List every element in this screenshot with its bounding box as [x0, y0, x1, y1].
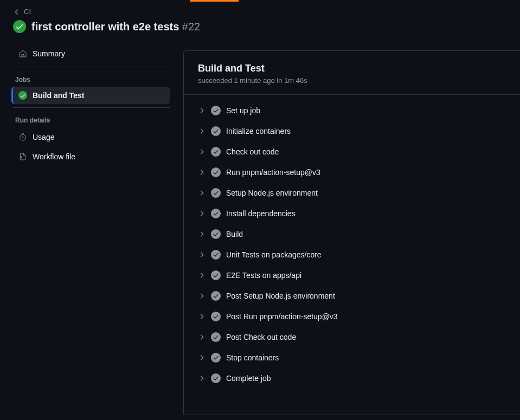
job-when: 1 minute ago: [234, 76, 275, 85]
sidebar-job-label: Build and Test: [33, 91, 84, 100]
arrow-left-icon: [13, 8, 21, 16]
step-row[interactable]: Install dependencies: [184, 203, 520, 224]
page-header: CI first controller with e2e tests #22: [0, 0, 520, 44]
sidebar-usage[interactable]: Usage: [13, 127, 170, 147]
check-circle-icon: [211, 250, 221, 260]
steps-list: Set up jobInitialize containersCheck out…: [184, 95, 520, 394]
chevron-right-icon: [198, 169, 206, 176]
stopwatch-icon: [18, 133, 27, 141]
sidebar-summary[interactable]: Summary: [13, 44, 170, 63]
check-circle-icon: [18, 91, 27, 100]
chevron-right-icon: [198, 333, 206, 341]
step-row[interactable]: Setup Node.js environment: [184, 183, 520, 203]
step-row[interactable]: Complete job: [184, 368, 520, 389]
step-label: Set up job: [226, 106, 260, 115]
step-row[interactable]: Stop containers: [184, 347, 520, 368]
check-circle-icon: [211, 167, 221, 177]
check-circle-icon: [211, 332, 221, 342]
check-circle-icon: [211, 291, 221, 301]
step-label: Complete job: [226, 374, 271, 383]
sidebar-jobs-heading: Jobs: [13, 70, 170, 87]
sidebar-workflow-file-label: Workflow file: [33, 152, 75, 161]
step-row[interactable]: Build: [184, 224, 520, 244]
check-circle-icon: [211, 353, 221, 363]
step-row[interactable]: Post Check out code: [184, 327, 520, 347]
top-accent-bar: [190, 0, 239, 2]
sidebar-workflow-file[interactable]: Workflow file: [13, 147, 170, 166]
step-row[interactable]: Set up job: [184, 100, 520, 121]
layout: Summary Jobs Build and Test Run details …: [0, 44, 520, 415]
sidebar-usage-label: Usage: [33, 133, 54, 141]
step-row[interactable]: Post Setup Node.js environment: [184, 286, 520, 306]
step-label: Stop containers: [226, 353, 279, 362]
step-label: Post Check out code: [226, 333, 296, 341]
chevron-right-icon: [198, 230, 206, 238]
job-duration: 1m 46s: [284, 76, 307, 85]
step-label: Run pnpm/action-setup@v3: [226, 168, 320, 177]
step-label: Post Setup Node.js environment: [226, 292, 335, 300]
step-row[interactable]: Run pnpm/action-setup@v3: [184, 162, 520, 183]
step-label: Initialize containers: [226, 127, 291, 135]
check-circle-icon: [211, 106, 221, 115]
chevron-right-icon: [198, 251, 206, 259]
job-in-word: in: [277, 76, 282, 85]
chevron-right-icon: [198, 189, 206, 197]
sidebar-job-build-and-test[interactable]: Build and Test: [11, 87, 170, 104]
breadcrumb-label: CI: [24, 8, 31, 16]
step-label: Setup Node.js environment: [226, 189, 318, 197]
chevron-right-icon: [198, 313, 206, 320]
check-circle-icon: [211, 229, 221, 239]
chevron-right-icon: [198, 107, 206, 114]
step-label: E2E Tests on apps/api: [226, 271, 301, 280]
step-label: Unit Tests on packages/core: [226, 250, 322, 259]
step-label: Check out code: [226, 147, 279, 156]
sidebar-summary-label: Summary: [33, 49, 65, 58]
step-row[interactable]: Post Run pnpm/action-setup@v3: [184, 306, 520, 327]
step-row[interactable]: Check out code: [184, 141, 520, 162]
file-symlink-icon: [18, 152, 27, 161]
main-panel: Build and Test succeeded 1 minute ago in…: [183, 50, 520, 415]
chevron-right-icon: [198, 148, 206, 156]
chevron-right-icon: [198, 374, 206, 382]
divider: [13, 107, 170, 108]
check-circle-icon: [211, 209, 221, 218]
check-circle-icon: [211, 188, 221, 198]
check-circle-icon: [211, 373, 221, 383]
step-row[interactable]: E2E Tests on apps/api: [184, 265, 520, 286]
job-status-text: succeeded: [198, 76, 232, 85]
chevron-right-icon: [198, 127, 206, 135]
breadcrumb[interactable]: CI: [13, 8, 507, 16]
chevron-right-icon: [198, 272, 206, 279]
step-label: Post Run pnpm/action-setup@v3: [226, 312, 338, 321]
chevron-right-icon: [198, 210, 206, 217]
divider: [13, 67, 170, 67]
sidebar: Summary Jobs Build and Test Run details …: [0, 44, 179, 415]
page-title: first controller with e2e tests #22: [31, 21, 200, 33]
check-circle-icon: [211, 270, 221, 280]
check-circle-icon: [211, 126, 221, 136]
step-row[interactable]: Initialize containers: [184, 121, 520, 141]
job-header: Build and Test succeeded 1 minute ago in…: [184, 51, 520, 95]
chevron-right-icon: [198, 292, 206, 300]
workflow-title: first controller with e2e tests: [31, 21, 179, 33]
job-subtitle: succeeded 1 minute ago in 1m 46s: [198, 76, 506, 85]
title-row: first controller with e2e tests #22: [13, 20, 507, 33]
check-circle-icon: [13, 20, 26, 33]
home-icon: [18, 49, 27, 58]
run-number: #22: [182, 21, 200, 33]
job-title: Build and Test: [198, 63, 506, 74]
step-label: Build: [226, 230, 243, 238]
check-circle-icon: [211, 312, 221, 321]
chevron-right-icon: [198, 354, 206, 361]
step-row[interactable]: Unit Tests on packages/core: [184, 244, 520, 265]
check-circle-icon: [211, 147, 221, 157]
step-label: Install dependencies: [226, 209, 296, 218]
sidebar-run-details-heading: Run details: [13, 111, 170, 127]
